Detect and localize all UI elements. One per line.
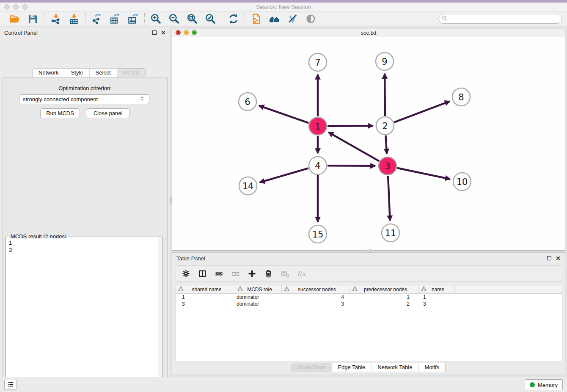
graph-node-7[interactable]: 7	[309, 53, 327, 71]
export-image-icon[interactable]	[127, 13, 139, 25]
graph-node-1[interactable]: 1	[309, 117, 327, 135]
table-close-panel-icon[interactable]: ✕	[556, 256, 561, 261]
graph-edge-3-10[interactable]	[397, 168, 450, 179]
open-folder-icon[interactable]	[9, 13, 20, 25]
table-row[interactable]: 1dominator411	[176, 294, 562, 301]
table-cell[interactable]: 2	[350, 301, 419, 307]
graph-node-14[interactable]: 14	[239, 177, 257, 195]
column-header-predecessor-nodes[interactable]: predecessor nodes	[350, 285, 419, 293]
table-tab-edge-table[interactable]: Edge Table	[331, 363, 371, 372]
memory-button[interactable]: Memory	[525, 379, 563, 390]
homes-icon[interactable]	[269, 13, 280, 25]
table-tab-node-table[interactable]: Node Table	[292, 363, 332, 372]
graph-node-11[interactable]: 11	[382, 224, 399, 242]
close-panel-icon[interactable]: ✕	[161, 30, 166, 35]
table-cell[interactable]: dominator	[235, 294, 282, 300]
gear-icon[interactable]	[181, 269, 190, 278]
column-header-mcds-role[interactable]: MCDS role	[235, 285, 282, 293]
graph-node-label: 4	[315, 161, 320, 171]
network-frame-title: scc.txt	[172, 30, 565, 36]
graph-edge-4-14[interactable]	[260, 168, 308, 182]
add-icon[interactable]	[247, 269, 256, 278]
tab-mcds[interactable]: MCDS	[117, 69, 145, 77]
status-bar: Memory	[0, 377, 567, 392]
tab-style[interactable]: Style	[65, 69, 89, 77]
graph-edge-3-1[interactable]	[328, 132, 379, 161]
clone-network-icon[interactable]	[250, 13, 262, 25]
table-cell[interactable]: dominator	[235, 301, 282, 307]
table-cell[interactable]: 1	[176, 294, 235, 300]
network-canvas[interactable]: 7968124314101511	[172, 38, 565, 250]
frame-resize-grip[interactable]	[367, 249, 371, 252]
optimization-criterion-select[interactable]: strongly connected component	[19, 94, 149, 104]
table-row[interactable]: 3dominator323	[176, 301, 562, 307]
zoom-fit-icon[interactable]	[187, 13, 198, 25]
table-cell[interactable]: 3	[282, 301, 350, 307]
export-network-icon[interactable]	[91, 13, 102, 25]
network-frame-titlebar[interactable]: ✕ − + scc.txt	[172, 28, 565, 37]
graph-edge-2-3[interactable]	[385, 135, 387, 154]
table-tab-network-table[interactable]: Network Table	[371, 363, 418, 372]
table-cell[interactable]: 1	[350, 294, 419, 300]
graph-edge-3-11[interactable]	[388, 176, 390, 221]
search-input[interactable]	[448, 16, 559, 22]
graph-edge-1-6[interactable]	[259, 106, 308, 123]
column-header-label: MCDS role	[243, 287, 281, 293]
column-header-successor-nodes[interactable]: successor nodes	[282, 285, 350, 293]
run-mcds-button[interactable]: Run MCDS	[40, 108, 80, 118]
table-cell[interactable]: 3	[419, 301, 455, 307]
graph-edge-2-9[interactable]	[385, 74, 385, 116]
zoom-selected-icon[interactable]	[205, 13, 216, 25]
table-panel: Table Panel ✕ f(x) shared nameMCDS roles…	[172, 252, 565, 375]
graph-node-15[interactable]: 15	[309, 225, 327, 243]
toolbar-group	[44, 13, 85, 25]
graph-node-label: 10	[457, 177, 468, 187]
graph-node-2[interactable]: 2	[376, 117, 394, 135]
column-header-label: shared name	[184, 287, 235, 293]
graph-edge-4-3[interactable]	[328, 166, 375, 166]
export-table-icon[interactable]	[109, 13, 121, 25]
graph-node-label: 6	[245, 97, 250, 107]
column-header-shared-name[interactable]: shared name	[176, 285, 235, 293]
graph-node-8[interactable]: 8	[452, 88, 470, 106]
select-all-icon[interactable]	[214, 269, 223, 278]
zoom-out-icon[interactable]	[168, 13, 180, 25]
table-tab-motifs[interactable]: Motifs	[418, 363, 445, 372]
graph-node-10[interactable]: 10	[453, 173, 471, 190]
tab-select[interactable]: Select	[89, 69, 117, 77]
refresh-icon[interactable]	[228, 13, 239, 25]
save-icon[interactable]	[27, 13, 39, 25]
eye-icon[interactable]	[305, 13, 317, 25]
graph-node-6[interactable]: 6	[239, 93, 256, 110]
graph-node-4[interactable]: 4	[309, 157, 327, 174]
unselect-icon[interactable]	[231, 269, 240, 278]
mcds-result-group: MCDS result (2 nodes) 13	[6, 237, 163, 392]
tab-network[interactable]: Network	[33, 69, 65, 77]
table-cell[interactable]: 4	[282, 294, 350, 300]
float-panel-icon[interactable]	[152, 30, 157, 35]
close-panel-button[interactable]: Close panel	[86, 108, 130, 118]
graph-node-label: 7	[315, 58, 320, 68]
column-header-name[interactable]: name	[419, 285, 455, 293]
control-panel-tabs: NetworkStyleSelectMCDS	[32, 68, 146, 77]
graph-edge-2-8[interactable]	[394, 101, 450, 122]
toolbar-group	[145, 13, 222, 25]
table-float-panel-icon[interactable]	[547, 256, 551, 260]
task-history-button[interactable]	[4, 380, 17, 390]
graph-node-9[interactable]: 9	[376, 52, 394, 70]
table-cell[interactable]: 3	[176, 301, 235, 307]
table-panel-title: Table Panel	[176, 255, 205, 262]
columns-icon[interactable]	[198, 269, 207, 278]
graph-edge-1-2[interactable]	[328, 126, 373, 126]
hide-annotations-icon[interactable]	[287, 13, 298, 25]
search-box[interactable]	[438, 14, 562, 24]
mcds-result-text[interactable]: 13	[6, 238, 157, 392]
table-cell[interactable]: 1	[419, 294, 455, 300]
import-network-icon[interactable]	[50, 13, 61, 25]
graph-node-3[interactable]: 3	[379, 157, 396, 175]
control-panel: Control Panel ✕ NetworkStyleSelectMCDS O…	[0, 27, 170, 377]
trash-icon[interactable]	[264, 269, 273, 278]
import-table-icon[interactable]	[68, 13, 80, 25]
result-scrollbar[interactable]	[158, 237, 162, 392]
zoom-in-icon[interactable]	[150, 13, 162, 25]
